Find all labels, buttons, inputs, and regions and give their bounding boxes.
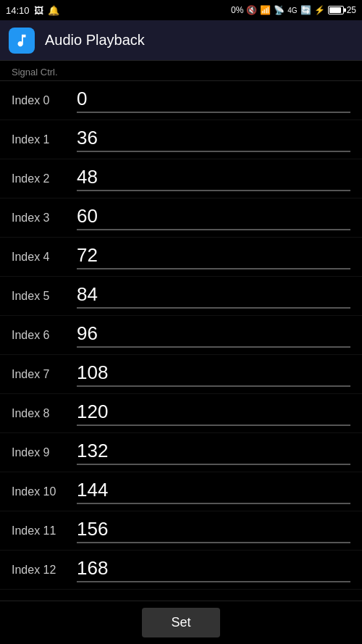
charging-icon: ⚡ bbox=[314, 5, 325, 15]
notification-icon: 🔔 bbox=[48, 5, 59, 16]
index-value-3: 60 bbox=[77, 205, 98, 227]
index-row-5[interactable]: Index 584 bbox=[0, 277, 362, 316]
percent-display: 0% bbox=[231, 5, 243, 15]
audio-icon bbox=[14, 33, 30, 49]
index-label-2: Index 2 bbox=[12, 172, 77, 185]
index-row-11[interactable]: Index 11156 bbox=[0, 511, 362, 551]
index-row-12[interactable]: Index 12168 bbox=[0, 551, 362, 590]
mute-icon: 🔇 bbox=[246, 5, 257, 15]
index-value-9: 132 bbox=[77, 440, 108, 461]
photo-icon: 🖼 bbox=[34, 5, 43, 16]
index-value-container-1: 36 bbox=[77, 127, 350, 152]
index-row-3[interactable]: Index 360 bbox=[0, 198, 362, 238]
battery-level: 25 bbox=[347, 5, 356, 15]
index-value-container-2: 48 bbox=[77, 166, 350, 191]
index-label-11: Index 11 bbox=[12, 524, 77, 538]
index-value-container-6: 96 bbox=[77, 322, 350, 348]
status-bar: 14:10 🖼 🔔 0% 🔇 📶 📡 4G 🔄 ⚡ 25 bbox=[0, 0, 362, 20]
index-value-container-0: 0 bbox=[77, 88, 350, 113]
index-label-4: Index 4 bbox=[12, 251, 77, 264]
index-row-2[interactable]: Index 248 bbox=[0, 159, 362, 198]
app-bar: Audio Playback bbox=[0, 20, 362, 61]
index-label-9: Index 9 bbox=[12, 446, 77, 459]
index-value-container-10: 144 bbox=[77, 479, 350, 504]
index-label-6: Index 6 bbox=[12, 329, 77, 342]
index-row-1[interactable]: Index 136 bbox=[0, 120, 362, 159]
index-label-0: Index 0 bbox=[12, 94, 77, 107]
index-label-12: Index 12 bbox=[12, 564, 77, 577]
index-row-6[interactable]: Index 696 bbox=[0, 316, 362, 355]
index-value-6: 96 bbox=[77, 322, 98, 344]
index-value-container-4: 72 bbox=[77, 244, 350, 269]
index-value-container-9: 132 bbox=[77, 440, 350, 465]
index-label-1: Index 1 bbox=[12, 133, 77, 146]
index-value-12: 168 bbox=[77, 557, 108, 579]
content-area[interactable]: Signal Ctrl. Index 00Index 136Index 248I… bbox=[0, 61, 362, 644]
wifi-icon: 📶 bbox=[260, 5, 271, 15]
index-value-container-3: 60 bbox=[77, 205, 350, 230]
index-row-0[interactable]: Index 00 bbox=[0, 81, 362, 120]
index-value-2: 48 bbox=[77, 166, 98, 188]
index-value-container-8: 120 bbox=[77, 401, 350, 426]
set-button[interactable]: Set bbox=[142, 608, 219, 637]
index-row-8[interactable]: Index 8120 bbox=[0, 394, 362, 433]
index-row-9[interactable]: Index 9132 bbox=[0, 433, 362, 472]
index-label-8: Index 8 bbox=[12, 407, 77, 420]
signal-ctrl-label: Signal Ctrl. bbox=[0, 61, 362, 81]
index-row-10[interactable]: Index 10144 bbox=[0, 472, 362, 511]
index-row-4[interactable]: Index 472 bbox=[0, 238, 362, 277]
status-bar-right: 0% 🔇 📶 📡 4G 🔄 ⚡ 25 bbox=[231, 5, 356, 15]
index-value-10: 144 bbox=[77, 479, 108, 501]
index-value-4: 72 bbox=[77, 244, 98, 266]
index-value-0: 0 bbox=[77, 88, 87, 109]
signal-icon: 📡 bbox=[274, 5, 285, 15]
index-value-container-12: 168 bbox=[77, 557, 350, 582]
time-display: 14:10 bbox=[6, 5, 30, 16]
index-value-container-11: 156 bbox=[77, 518, 350, 543]
battery-fill bbox=[329, 7, 341, 13]
index-list: Index 00Index 136Index 248Index 360Index… bbox=[0, 81, 362, 644]
index-value-1: 36 bbox=[77, 127, 98, 149]
sync-icon: 🔄 bbox=[300, 5, 311, 15]
index-value-7: 108 bbox=[77, 361, 108, 383]
index-value-container-5: 84 bbox=[77, 283, 350, 309]
battery-indicator bbox=[328, 6, 344, 14]
index-value-8: 120 bbox=[77, 401, 108, 422]
index-label-3: Index 3 bbox=[12, 212, 77, 225]
index-value-container-7: 108 bbox=[77, 361, 350, 387]
index-value-11: 156 bbox=[77, 518, 108, 540]
4g-label: 4G bbox=[287, 7, 297, 14]
app-icon bbox=[9, 28, 35, 54]
index-value-5: 84 bbox=[77, 283, 98, 305]
index-label-7: Index 7 bbox=[12, 368, 77, 381]
index-label-5: Index 5 bbox=[12, 290, 77, 303]
bottom-bar: Set bbox=[0, 601, 362, 644]
index-label-10: Index 10 bbox=[12, 485, 77, 498]
index-row-7[interactable]: Index 7108 bbox=[0, 355, 362, 394]
status-bar-left: 14:10 🖼 🔔 bbox=[6, 5, 59, 16]
app-title: Audio Playback bbox=[45, 32, 145, 49]
